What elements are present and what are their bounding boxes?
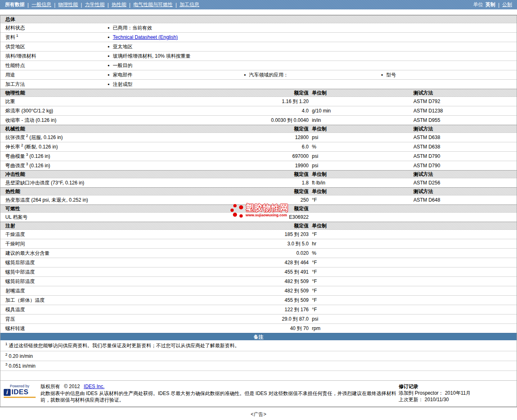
units-label: 单位 (473, 1, 483, 8)
property-row: 弯曲强度 3 (0.126 in)19900psiASTM D790 (0, 161, 517, 170)
test-method: ASTM D1238 (411, 108, 517, 114)
property-value: 40 到 70 (249, 325, 309, 332)
property-unit: °F (309, 231, 411, 237)
note-row: 2 0.20 in/min (0, 351, 517, 361)
general-value-text: 汽车领域的应用： (249, 72, 289, 79)
property-value: 0.0030 到 0.0040 (249, 117, 309, 124)
general-value-text: 型号 (386, 72, 396, 79)
property-unit: psi (309, 316, 411, 322)
property-unit: psi (309, 163, 411, 168)
general-value-cell: •注射成型 (103, 81, 239, 88)
nav-tab-7[interactable]: 加工信息 (180, 1, 199, 8)
property-unit: °F (309, 279, 411, 284)
revision-added: 添加到 Prospector： 2010年11月 (399, 390, 513, 396)
property-unit: °F (309, 307, 411, 312)
property-unit: % (309, 144, 411, 150)
nav-separator: | (54, 2, 55, 8)
property-name: 加工方法 (0, 81, 103, 88)
property-value: 185 到 203 (249, 231, 309, 238)
bullet-icon: • (108, 54, 110, 59)
property-unit: psi (309, 135, 411, 140)
nav-separator: | (498, 2, 499, 8)
property-name: 背压 (0, 316, 249, 323)
property-unit: psi (309, 153, 411, 159)
property-row: 射嘴温度482 到 509°F (0, 286, 517, 295)
property-row: 弯曲模量 3 (0.126 in)697000psiASTM D790 (0, 151, 517, 161)
general-rows: 材料状态•已商用：当前有效资料 1•Technical Datasheet (E… (0, 23, 517, 89)
bullet-icon: • (108, 35, 110, 40)
general-value-cell: •亚太地区 (103, 43, 239, 50)
bullet-icon: • (108, 72, 110, 78)
column-header-method: 测试方法 (411, 188, 517, 195)
ides-inc-link[interactable]: IDES Inc. (84, 384, 105, 389)
property-unit: ft·lb/in (309, 180, 411, 186)
test-method: ASTM D256 (411, 180, 517, 186)
general-value-text: 注射成型 (113, 81, 133, 88)
column-header-value: 额定值 (249, 222, 309, 229)
revision-updated: 上次更新： 2010/11/30 (399, 396, 513, 403)
property-name: 弯曲强度 3 (0.126 in) (0, 162, 249, 169)
section-title: 可燃性 (0, 205, 249, 212)
nav-separator: | (176, 2, 177, 8)
property-value: 482 到 509 (249, 287, 309, 294)
test-method: ASTM D790 (411, 163, 517, 168)
property-row: 比重1.16 到 1.20ASTM D792 (0, 97, 517, 106)
property-unit: in/in (309, 117, 411, 123)
property-name: 螺杆转速 (0, 325, 249, 332)
property-value: 29.0 到 87.0 (249, 316, 309, 323)
property-name: 资料 1 (0, 34, 103, 41)
bullet-icon: • (108, 25, 110, 31)
general-value-text: 已商用：当前有效 (113, 25, 152, 31)
technical-datasheet-link[interactable]: Technical Datasheet (English) (113, 34, 178, 40)
property-name: 射嘴温度 (0, 287, 249, 294)
property-value: 455 到 509 (249, 297, 309, 304)
property-value: 1.8 (249, 180, 309, 186)
property-name: UL 档案号 (0, 214, 249, 221)
nav-tab-6[interactable]: 电气性能与可燃性 (133, 1, 173, 8)
nav-links: 所有数据|一般信息|物理性能|力学性能|热性能|电气性能与可燃性|加工信息 (5, 1, 199, 8)
property-row: 螺筒前部温度482 到 509°F (0, 276, 517, 286)
property-name: 干燥时间 (0, 240, 249, 247)
general-value-text: 家电部件 (113, 72, 133, 79)
copyright-label: 版权所有 (41, 384, 60, 389)
nav-tab-5[interactable]: 热性能 (112, 1, 126, 8)
column-header-unit: 单位制 (309, 126, 411, 133)
copyright-line: 版权所有 © 2012 IDES Inc. (41, 383, 399, 390)
property-name: 螺筒前部温度 (0, 278, 249, 285)
bullet-icon: • (108, 44, 110, 49)
property-unit: °F (309, 260, 411, 265)
column-header-value: 额定值 (249, 90, 309, 97)
property-row: 模具温度122 到 176°F (0, 305, 517, 314)
ad-placeholder: <广告> (0, 407, 517, 419)
property-name: 弯曲模量 3 (0.126 in) (0, 153, 249, 160)
nav-tab-2[interactable]: 一般信息 (32, 1, 51, 8)
property-row: 螺杆转速40 到 70rpm (0, 323, 517, 333)
column-header-unit: 单位制 (309, 188, 411, 195)
section-title: 冲击性能 (0, 171, 249, 178)
property-name: 用途 (0, 72, 103, 79)
datasheet: 总体 材料状态•已商用：当前有效资料 1•Technical Datasheet… (0, 15, 517, 407)
general-row: 用途•家电部件•汽车领域的应用：•型号 (0, 70, 517, 79)
column-header-value: 额定值 (249, 171, 309, 178)
nav-tab-4[interactable]: 力学性能 (85, 1, 104, 8)
property-row: 干燥温度185 到 203°F (0, 229, 517, 239)
property-row: 螺筒中部温度455 到 491°F (0, 267, 517, 276)
test-method: ASTM D648 (411, 197, 517, 203)
column-header-method: 测试方法 (411, 90, 517, 97)
column-header-value: 额定值 (249, 205, 309, 212)
property-unit: g/10 min (309, 108, 411, 114)
property-name: 填料/增强材料 (0, 53, 103, 60)
bullet-icon: • (381, 72, 383, 78)
note-row: 3 0.051 in/min (0, 361, 517, 371)
property-value: 3.0 到 5.0 (249, 240, 309, 247)
property-value: 1.16 到 1.20 (249, 98, 309, 105)
column-header-unit: 单位制 (309, 90, 411, 97)
nav-tab-3[interactable]: 物理性能 (58, 1, 78, 8)
section-title: 热性能 (0, 188, 249, 195)
column-header-value: 额定值 (249, 188, 309, 195)
nav-separator: | (27, 2, 29, 8)
general-value-cell: •已商用：当前有效 (103, 25, 239, 31)
unit-metric-link[interactable]: 公制 (502, 1, 512, 8)
general-row: 加工方法•注射成型 (0, 79, 517, 89)
property-row: 干燥时间3.0 到 5.0hr (0, 239, 517, 248)
